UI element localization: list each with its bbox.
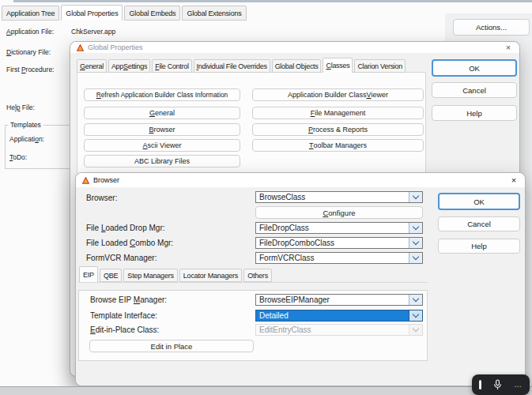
caret-bar-icon xyxy=(479,380,481,389)
combobox-value: FileDropClass xyxy=(256,223,409,233)
browser-label: Browser: xyxy=(86,194,117,202)
toolbar-managers-button[interactable]: Toolbar Managers xyxy=(252,139,424,152)
dialog-title: Browser xyxy=(93,176,119,184)
tab-locator-managers[interactable]: Locator Managers xyxy=(179,269,242,282)
tab-global-extensions[interactable]: Global Extensions xyxy=(182,6,246,21)
browser-button[interactable]: Browser xyxy=(84,123,240,136)
tab-step-managers[interactable]: Step Managers xyxy=(123,269,177,282)
refresh-class-information-button[interactable]: Refresh Application Builder Class Inform… xyxy=(84,88,240,101)
help-button[interactable]: Help xyxy=(438,239,520,254)
combobox-dropdown-button[interactable] xyxy=(409,310,422,321)
process-reports-button[interactable]: Process & Reports xyxy=(252,123,424,136)
ascii-viewer-button[interactable]: Ascii Viewer xyxy=(84,139,240,152)
edit-in-place-button[interactable]: Edit in Place xyxy=(89,340,254,352)
more-options-icon[interactable]: … xyxy=(514,381,523,389)
browse-eip-manager-combobox[interactable]: BrowseEIPManager xyxy=(255,294,423,306)
browser-sub-tab-bar: EIP QBE Step Managers Locator Managers O… xyxy=(79,268,272,282)
chevron-down-icon xyxy=(413,193,419,199)
combobox-dropdown-button[interactable] xyxy=(409,253,422,263)
cancel-button[interactable]: Cancel xyxy=(432,82,517,98)
combobox-dropdown-button[interactable] xyxy=(409,223,422,233)
application-file-label: Application File: xyxy=(6,28,54,36)
tab-file-control[interactable]: File Control xyxy=(152,59,191,73)
class-viewer-button[interactable]: Application Builder Class Viewer xyxy=(252,88,424,101)
file-loaded-combo-mgr-label: File Loaded Combo Mgr: xyxy=(86,239,173,247)
chevron-down-icon xyxy=(413,224,419,230)
microphone-icon[interactable] xyxy=(493,379,502,390)
help-file-label: Help File: xyxy=(6,103,35,111)
edit-in-place-class-combobox: EditEntryClass xyxy=(255,324,423,336)
help-button[interactable]: Help xyxy=(432,105,517,121)
configure-button[interactable]: Configure xyxy=(255,206,423,219)
chevron-down-icon xyxy=(413,254,419,260)
tab-global-properties[interactable]: Global Properties xyxy=(61,5,123,21)
tab-eip[interactable]: EIP xyxy=(79,266,98,282)
combobox-value: BrowseEIPManager xyxy=(256,295,409,305)
combobox-value: FileDropComboClass xyxy=(256,238,409,248)
close-icon[interactable]: × xyxy=(504,43,513,52)
file-loaded-drop-mgr-label: File Loaded Drop Mgr: xyxy=(86,224,165,232)
combobox-value-disabled: EditEntryClass xyxy=(256,325,409,335)
ok-button[interactable]: OK xyxy=(438,193,520,210)
templates-application-label: Application: xyxy=(9,135,44,143)
tab-classes[interactable]: Classes xyxy=(323,58,353,73)
file-drop-combobox[interactable]: FileDropClass xyxy=(255,222,423,234)
tab-global-embeds[interactable]: Global Embeds xyxy=(124,6,180,21)
tab-app-settings[interactable]: App Settings xyxy=(108,59,150,73)
chevron-down-icon xyxy=(413,239,419,245)
dictionary-file-label: Dictionary File: xyxy=(6,48,51,56)
tab-application-tree[interactable]: Application Tree xyxy=(2,6,59,21)
formvcr-manager-label: FormVCR Manager: xyxy=(86,254,157,262)
tab-qbe[interactable]: QBE xyxy=(100,269,122,282)
template-interface-label: Template Interface: xyxy=(90,311,157,320)
screen: Application Tree Global Properties Globa… xyxy=(0,0,532,395)
tab-individual-file-overrides[interactable]: Individual File Overrides xyxy=(194,59,270,73)
browser-dialog: Browser × Browser: BrowseClass Configure… xyxy=(75,172,526,386)
browser-titlebar[interactable]: Browser × xyxy=(76,173,525,187)
file-drop-combo-combobox[interactable]: FileDropComboClass xyxy=(255,237,423,249)
chevron-down-icon xyxy=(413,295,419,302)
chevron-down-icon xyxy=(413,311,419,318)
template-interface-combobox[interactable]: Detailed xyxy=(255,310,423,322)
dictation-toolbar[interactable]: … xyxy=(472,374,530,395)
templates-groupbox xyxy=(5,125,73,169)
combobox-dropdown-button xyxy=(409,325,422,335)
tab-page-edge xyxy=(78,282,428,283)
clarion-app-icon xyxy=(82,177,89,184)
file-management-button[interactable]: File Management xyxy=(252,107,424,119)
general-button[interactable]: General xyxy=(84,107,240,119)
main-tab-bar: Application Tree Global Properties Globa… xyxy=(2,5,247,21)
edit-in-place-class-label: Edit-in-Place Class: xyxy=(90,325,159,334)
cancel-button[interactable]: Cancel xyxy=(438,216,520,231)
combobox-dropdown-button[interactable] xyxy=(409,238,422,248)
combobox-value-selected: Detailed xyxy=(256,310,409,321)
combobox-dropdown-button[interactable] xyxy=(409,295,422,305)
global-properties-titlebar[interactable]: Global Properties × xyxy=(70,42,519,53)
top-window-edge xyxy=(13,0,532,2)
tab-global-objects[interactable]: Global Objects xyxy=(272,59,322,73)
clarion-app-icon xyxy=(77,44,84,51)
ok-button[interactable]: OK xyxy=(432,59,517,77)
combobox-value: FormVCRClass xyxy=(256,253,409,263)
global-properties-tab-bar: General App Settings File Control Indivi… xyxy=(77,58,406,73)
templates-group-label: Templates xyxy=(8,121,43,129)
tab-general[interactable]: General xyxy=(77,59,107,73)
tab-clarion-version[interactable]: Clarion Version xyxy=(354,59,406,73)
browse-eip-manager-label: Browse EIP Manager: xyxy=(90,295,167,304)
application-file-value: ChkServer.app xyxy=(71,28,115,36)
tab-others[interactable]: Others xyxy=(243,269,272,282)
chevron-down-icon xyxy=(413,325,419,332)
close-icon[interactable]: × xyxy=(509,175,519,185)
templates-todo-label: ToDo: xyxy=(9,153,27,161)
dialog-title: Global Properties xyxy=(88,43,143,51)
combobox-value: BrowseClass xyxy=(256,192,409,202)
taskbar-strip xyxy=(0,386,532,395)
first-procedure-label: First Procedure: xyxy=(6,66,54,73)
abc-library-files-button[interactable]: ABC Library Files xyxy=(84,155,240,167)
actions-button[interactable]: Actions... xyxy=(453,19,530,36)
combobox-dropdown-button[interactable] xyxy=(409,192,422,202)
formvcr-combobox[interactable]: FormVCRClass xyxy=(255,252,423,264)
browser-class-combobox[interactable]: BrowseClass xyxy=(255,191,423,203)
